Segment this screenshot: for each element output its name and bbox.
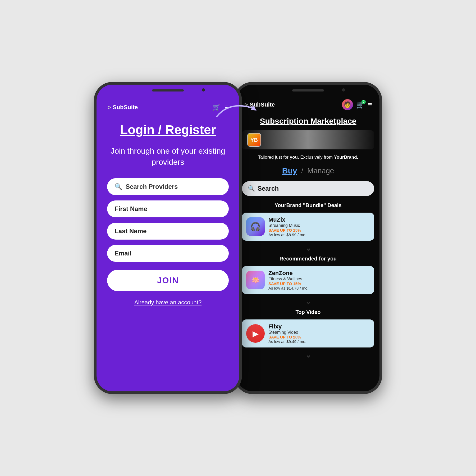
manage-tab[interactable]: Manage xyxy=(307,167,334,175)
flixy-desc: Steaming Video xyxy=(268,330,370,335)
flixy-icon: ▶ xyxy=(246,324,265,343)
flixy-name: Flixy xyxy=(268,323,370,330)
first-name-input[interactable]: First Name xyxy=(107,200,229,217)
zenzone-save: SAVE UP TO 15% xyxy=(268,281,370,286)
email-input[interactable]: Email xyxy=(107,245,229,262)
logo-icon-left: ⊳ xyxy=(107,104,112,111)
login-subtitle: Join through one of your existing provid… xyxy=(107,145,229,168)
muzix-info: MuZix Streaming Music SAVE UP TO 15% As … xyxy=(268,216,370,237)
search-bar-label: Search xyxy=(258,185,279,192)
zenzone-icon-emoji: 🪷 xyxy=(251,276,260,285)
muzix-desc: Streaming Music xyxy=(268,223,370,228)
bundle-section-title: YourBrand "Bundle" Deals xyxy=(237,200,379,210)
right-screen: ⊳ SubSuite 🧑 🛒 0 ≡ S xyxy=(237,85,379,391)
search-icon-left: 🔍 xyxy=(115,183,122,190)
brand-logo: YB xyxy=(247,133,261,147)
chevron-after-muzix[interactable]: ⌄ xyxy=(237,243,379,254)
flixy-price: As low as $9.49 / mo. xyxy=(268,339,370,344)
buy-manage-row: Buy / Manage xyxy=(237,163,379,179)
buy-tab[interactable]: Buy xyxy=(282,166,297,175)
scene: ⊳ SubSuite 🛒 ≡ Login / Register Join thr… xyxy=(13,82,463,394)
top-video-section-title: Top Video xyxy=(237,307,379,317)
last-name-input[interactable]: Last Name xyxy=(107,223,229,240)
cart-badge: 0 xyxy=(361,100,366,104)
chevron-after-flixy[interactable]: ⌄ xyxy=(237,350,379,365)
navigation-arrow xyxy=(214,98,262,122)
right-phone: ⊳ SubSuite 🧑 🛒 0 ≡ S xyxy=(234,82,382,394)
flixy-icon-emoji: ▶ xyxy=(253,329,259,338)
zenzone-info: ZenZone Fitness & Wellnes SAVE UP TO 15%… xyxy=(268,270,370,290)
muzix-icon-emoji: 🎧 xyxy=(250,222,261,232)
login-title: Login / Register xyxy=(120,122,216,138)
chevron-after-zenzone[interactable]: ⌄ xyxy=(237,296,379,307)
menu-icon-right[interactable]: ≡ xyxy=(368,100,372,109)
logo-text-left: SubSuite xyxy=(113,104,138,111)
muzix-icon: 🎧 xyxy=(246,217,265,236)
cart-container[interactable]: 🛒 0 xyxy=(356,101,365,109)
tagline-part1: Tailored just for xyxy=(258,155,290,160)
tagline-you: you. xyxy=(290,155,299,160)
zenzone-name: ZenZone xyxy=(268,270,370,277)
muzix-save: SAVE UP TO 15% xyxy=(268,228,370,232)
muzix-price: As low as $8.99 / mo. xyxy=(268,232,370,237)
flixy-info: Flixy Steaming Video SAVE UP TO 20% As l… xyxy=(268,323,370,344)
tab-separator: / xyxy=(301,167,303,175)
muzix-name: MuZix xyxy=(268,216,370,223)
search-icon-right: 🔍 xyxy=(248,185,255,192)
search-providers-input[interactable]: 🔍 Search Providers xyxy=(107,178,229,195)
zenzone-desc: Fitness & Wellnes xyxy=(268,277,370,281)
brand-banner: YB xyxy=(242,130,374,149)
search-bar[interactable]: 🔍 Search xyxy=(242,181,374,196)
zenzone-price: As low as $14.78 / mo. xyxy=(268,286,370,290)
left-screen: ⊳ SubSuite 🛒 ≡ Login / Register Join thr… xyxy=(97,85,239,391)
flixy-save: SAVE UP TO 20% xyxy=(268,335,370,339)
avatar-image: 🧑 xyxy=(344,101,351,108)
right-header-icons: 🧑 🛒 0 ≡ xyxy=(342,99,372,110)
logo-left: ⊳ SubSuite xyxy=(107,104,138,111)
already-account-link[interactable]: Already have an account? xyxy=(134,299,202,306)
last-name-label: Last Name xyxy=(115,227,147,235)
zenzone-icon: 🪷 xyxy=(246,271,265,289)
left-header: ⊳ SubSuite 🛒 ≡ xyxy=(107,100,229,112)
email-label: Email xyxy=(115,250,131,257)
first-name-label: First Name xyxy=(115,205,147,213)
zenzone-card[interactable]: 🪷 ZenZone Fitness & Wellnes SAVE UP TO 1… xyxy=(242,266,374,294)
brand-tagline-text: Tailored just for you. Exclusively from … xyxy=(237,152,379,163)
recommended-section-title: Recommended for you xyxy=(237,254,379,264)
avatar[interactable]: 🧑 xyxy=(342,99,353,110)
join-button[interactable]: JOIN xyxy=(107,270,229,291)
brand-logo-text: YB xyxy=(250,137,258,143)
tagline-brand: YourBrand. xyxy=(334,155,358,160)
muzix-card[interactable]: 🎧 MuZix Streaming Music SAVE UP TO 15% A… xyxy=(242,213,374,241)
flixy-card[interactable]: ▶ Flixy Steaming Video SAVE UP TO 20% As… xyxy=(242,319,374,347)
tagline-part2: Exclusively from xyxy=(299,155,334,160)
search-providers-label: Search Providers xyxy=(126,183,178,190)
left-phone: ⊳ SubSuite 🛒 ≡ Login / Register Join thr… xyxy=(94,82,242,394)
